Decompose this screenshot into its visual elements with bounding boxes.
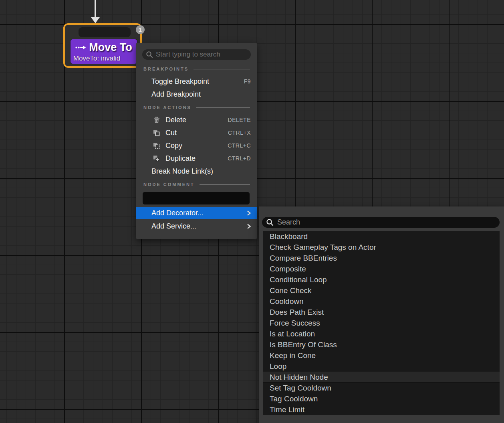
submenu-item-does-path-exist[interactable]: Does Path Exist <box>263 307 500 318</box>
submenu-item-not-hidden-node[interactable]: Not Hidden Node <box>263 372 500 383</box>
wire-arrowhead-icon <box>91 17 100 23</box>
section-divider <box>200 184 250 185</box>
node-comment-input[interactable] <box>143 192 250 204</box>
search-icon <box>146 51 153 58</box>
submenu-item-check-gameplay-tags-on-actor[interactable]: Check Gameplay Tags on Actor <box>263 242 500 253</box>
menu-item-cut[interactable]: Cut CTRL+X <box>136 126 257 139</box>
submenu-item-time-limit[interactable]: Time Limit <box>263 404 500 415</box>
search-input[interactable] <box>156 51 247 59</box>
section-divider <box>196 107 250 108</box>
node-selection-frame: Move To MoveTo: invalid <box>63 23 142 68</box>
execution-wire <box>95 0 96 18</box>
menu-item-duplicate[interactable]: Duplicate CTRL+D <box>136 152 257 165</box>
submenu-search-input[interactable] <box>277 218 496 227</box>
submenu-item-force-success[interactable]: Force Success <box>263 318 500 328</box>
execution-order-badge: 1 <box>136 25 145 34</box>
submenu-item-set-tag-cooldown[interactable]: Set Tag Cooldown <box>263 383 500 393</box>
node-subtitle: MoveTo: invalid <box>71 54 137 63</box>
submenu-item-cone-check[interactable]: Cone Check <box>263 285 500 296</box>
node-context-menu: BREAKPOINTS Toggle Breakpoint F9 Add Bre… <box>136 43 257 239</box>
move-to-node[interactable]: Move To MoveTo: invalid 1 <box>63 23 142 68</box>
menu-item-add-breakpoint[interactable]: Add Breakpoint <box>136 88 257 101</box>
node-header: Move To <box>71 39 137 54</box>
section-divider <box>194 69 250 69</box>
submenu-item-cooldown[interactable]: Cooldown <box>263 296 500 307</box>
section-node-comment: NODE COMMENT <box>136 181 257 188</box>
menu-item-toggle-breakpoint[interactable]: Toggle Breakpoint F9 <box>136 75 257 88</box>
section-breakpoints: BREAKPOINTS <box>136 66 257 72</box>
node-title: Move To <box>89 41 132 54</box>
add-decorator-submenu: Blackboard Check Gameplay Tags on Actor … <box>259 206 504 423</box>
menu-item-break-node-links[interactable]: Break Node Link(s) <box>136 165 257 178</box>
submenu-item-blackboard[interactable]: Blackboard <box>263 231 500 242</box>
submenu-item-tag-cooldown[interactable]: Tag Cooldown <box>263 393 500 404</box>
menu-item-add-service[interactable]: Add Service... <box>136 221 257 232</box>
chevron-right-icon <box>246 223 251 229</box>
decorator-list: Blackboard Check Gameplay Tags on Actor … <box>263 231 500 415</box>
submenu-item-conditional-loop[interactable]: Conditional Loop <box>263 274 500 285</box>
duplicate-icon <box>153 155 160 162</box>
search-icon <box>266 219 274 226</box>
menu-item-add-decorator[interactable]: Add Decorator... <box>136 207 257 219</box>
cut-icon <box>153 130 160 136</box>
submenu-item-loop[interactable]: Loop <box>263 361 500 372</box>
graph-canvas[interactable]: Move To MoveTo: invalid 1 BREAKPOINTS To… <box>0 0 504 423</box>
submenu-item-composite[interactable]: Composite <box>263 263 500 274</box>
chevron-right-icon <box>246 210 251 216</box>
node-parent-link-pin[interactable] <box>79 27 131 37</box>
menu-item-delete[interactable]: Delete DELETE <box>136 113 257 126</box>
submenu-item-is-at-location[interactable]: Is at Location <box>263 328 500 339</box>
task-arrow-icon <box>75 45 86 50</box>
submenu-search[interactable] <box>262 217 500 228</box>
submenu-item-compare-bbentries[interactable]: Compare BBEntries <box>263 253 500 263</box>
menu-item-copy[interactable]: Copy CTRL+C <box>136 139 257 152</box>
copy-icon <box>153 142 160 149</box>
node-body: Move To MoveTo: invalid <box>71 39 137 64</box>
submenu-item-keep-in-cone[interactable]: Keep in Cone <box>263 350 500 361</box>
context-menu-search[interactable] <box>142 49 251 60</box>
submenu-item-is-bbentry-of-class[interactable]: Is BBEntry Of Class <box>263 339 500 350</box>
trash-icon <box>153 117 160 123</box>
section-node-actions: NODE ACTIONS <box>136 104 257 111</box>
